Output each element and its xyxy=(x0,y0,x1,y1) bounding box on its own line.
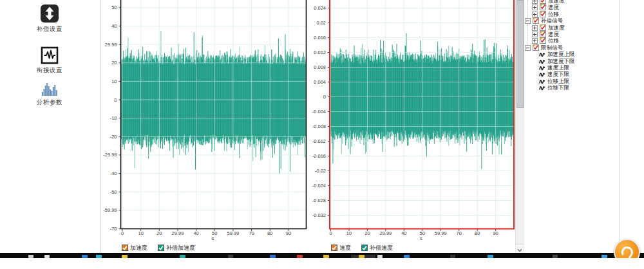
y-tick-label: -10 xyxy=(98,115,117,121)
legend-checkbox-icon xyxy=(331,242,337,254)
y-tick-label: 10 xyxy=(98,79,117,84)
legend-item[interactable]: 速度 xyxy=(331,242,351,254)
tree-connector xyxy=(538,48,538,86)
y-tick-label: 0.004 xyxy=(307,79,326,85)
scrollbar-thumb[interactable] xyxy=(516,0,524,108)
y-tick-label: 0.008 xyxy=(307,64,326,70)
acceleration-chart-plot[interactable] xyxy=(118,0,308,232)
tool-label: 补偿设置 xyxy=(0,25,99,33)
panel-divider xyxy=(620,0,620,253)
y-tick-label: -0.008 xyxy=(307,124,326,129)
tree-item-limit[interactable]: 位移下限 xyxy=(539,84,569,91)
legend-item[interactable]: 加速度 xyxy=(122,242,147,254)
signal-icon xyxy=(539,82,545,93)
tree-item-label: 位移上限 xyxy=(547,78,569,84)
y-tick-label: -20 xyxy=(98,134,117,140)
collapse-icon[interactable] xyxy=(525,15,531,26)
legend-item[interactable]: 补偿速度 xyxy=(361,242,393,254)
tree-item-label: 加速度下限 xyxy=(547,58,575,64)
y-tick-label: -0.02 xyxy=(307,168,326,174)
y-tick-label: -59.99 xyxy=(98,207,117,213)
y-tick-label: 0.012 xyxy=(307,50,326,55)
signal-tree-panel: 加速度 速度 位移 补偿信号 加速度 速度 位移 限制信号 加速度上限 加速度下… xyxy=(524,0,620,253)
histogram-icon xyxy=(0,81,99,97)
y-tick-label: -40 xyxy=(98,171,117,176)
tree-item-label: 速度上限 xyxy=(547,64,569,71)
bottom-white-area xyxy=(0,258,644,269)
y-tick-label: 0 xyxy=(98,97,117,103)
waveform-icon xyxy=(0,46,99,64)
y-tick-label: -0.024 xyxy=(307,183,326,189)
y-tick-label: 0.024 xyxy=(307,5,326,11)
chart-legend: 速度 补偿速度 xyxy=(331,242,393,254)
taskbar-strip[interactable] xyxy=(0,253,644,258)
y-tick-label: 40 xyxy=(98,23,117,29)
legend-checkbox-icon xyxy=(361,242,368,254)
application-window: 补偿设置 衔接设置 xyxy=(0,0,644,253)
tree-item-label: 速度下限 xyxy=(547,71,569,77)
compensation-settings-button[interactable]: 补偿设置 xyxy=(0,4,99,33)
y-tick-label: 20 xyxy=(98,60,117,66)
tree-item-label: 速度 xyxy=(548,4,559,10)
y-tick-label: -50 xyxy=(98,189,117,195)
x-tick-label: 90 xyxy=(485,230,507,236)
y-tick-label: -0.032 xyxy=(307,212,326,218)
y-tick-label: -0.016 xyxy=(307,153,326,159)
updown-arrows-icon xyxy=(0,4,99,23)
y-tick-label: -29.99 xyxy=(98,152,117,158)
chart-legend: 加速度 补偿加速度 xyxy=(122,242,195,254)
y-tick-label: 50 xyxy=(98,5,117,10)
velocity-chart-plot[interactable] xyxy=(327,0,517,232)
left-toolbar: 补偿设置 衔接设置 xyxy=(0,0,100,253)
legend-item[interactable]: 补偿加速度 xyxy=(158,242,195,254)
y-tick-label: 0 xyxy=(307,94,326,100)
collapse-icon[interactable] xyxy=(525,42,531,53)
tree-item-label: 位移下限 xyxy=(547,84,569,91)
legend-label: 补偿速度 xyxy=(370,244,393,252)
legend-label: 速度 xyxy=(339,244,351,252)
x-axis-title: s xyxy=(420,236,422,241)
tree-item-label: 位移 xyxy=(548,37,559,44)
x-tick-label: 90 xyxy=(278,230,299,236)
y-tick-label: 0.02 xyxy=(307,20,326,26)
tree-item-label: 速度 xyxy=(548,31,559,37)
y-tick-label: 0.016 xyxy=(307,35,326,41)
tree-item-label: 加速度 xyxy=(548,0,565,4)
legend-checkbox-icon xyxy=(158,242,164,254)
analysis-params-button[interactable]: 分析参数 xyxy=(0,81,99,107)
tree-item-label: 加速度 xyxy=(548,24,565,31)
tree-item-label: 位移 xyxy=(548,11,559,17)
checkbox-checked-icon[interactable] xyxy=(533,42,539,53)
y-tick-label: -0.028 xyxy=(307,198,326,203)
y-tick-label: -0.004 xyxy=(307,109,326,115)
scrollbar-down-button[interactable] xyxy=(516,244,524,253)
y-tick-label: -0.012 xyxy=(307,138,326,144)
legend-label: 加速度 xyxy=(130,244,147,252)
legend-label: 补偿加速度 xyxy=(166,244,195,252)
tool-label: 衔接设置 xyxy=(0,66,99,75)
legend-checkbox-icon xyxy=(122,242,128,254)
x-axis-title: s xyxy=(212,236,214,241)
y-tick-label: 29.99 xyxy=(98,42,117,48)
tree-item-label: 加速度上限 xyxy=(547,51,575,57)
vertical-scrollbar[interactable] xyxy=(515,0,524,253)
link-settings-button[interactable]: 衔接设置 xyxy=(0,46,99,75)
tool-label: 分析参数 xyxy=(0,98,99,107)
